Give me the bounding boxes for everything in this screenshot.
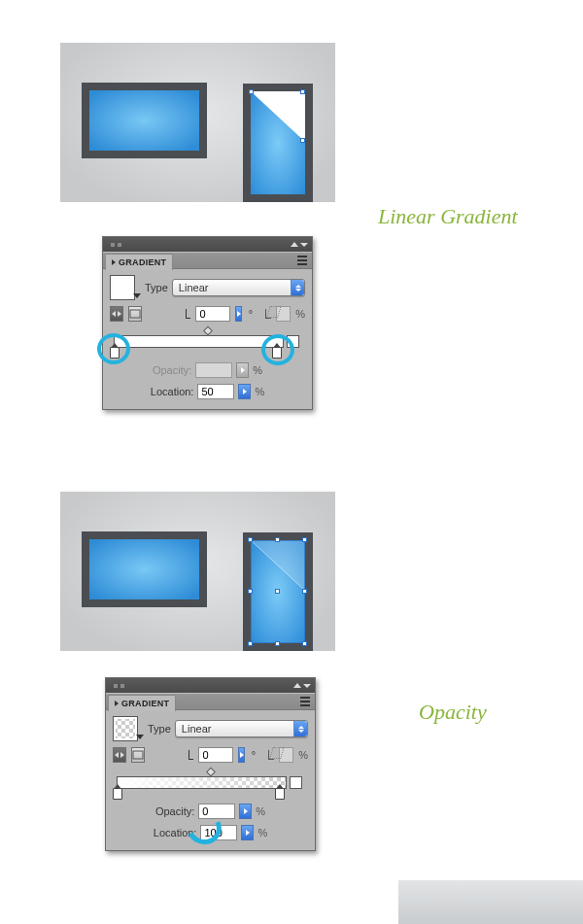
bottom-gradient-swatch: [398, 880, 583, 924]
gradient-end-box[interactable]: [287, 335, 299, 348]
aspect-ratio-icon: [268, 750, 274, 760]
gradient-type-dropdown[interactable]: Linear: [175, 720, 308, 737]
gradient-slider[interactable]: [110, 331, 305, 357]
panel-title: GRADIENT: [121, 699, 169, 708]
opacity-stepper[interactable]: [239, 804, 252, 819]
angle-icon: [189, 750, 193, 760]
selection-anchor[interactable]: [302, 641, 307, 646]
location-stepper[interactable]: [238, 384, 251, 399]
angle-input[interactable]: [198, 747, 233, 763]
gradient-midpoint-stop[interactable]: [203, 326, 213, 336]
panel-collapse-icon[interactable]: [303, 684, 311, 688]
dropdown-arrow-icon: [293, 721, 307, 736]
gradient-midpoint-stop[interactable]: [206, 768, 216, 777]
panel-drag-bar[interactable]: [103, 237, 312, 252]
door-frame: [243, 84, 313, 202]
location-input[interactable]: [197, 384, 234, 399]
window-glass: [89, 539, 199, 599]
opacity-label: Opacity:: [153, 364, 191, 376]
door-highlight-triangle[interactable]: [251, 91, 305, 142]
location-label: Location:: [151, 386, 194, 397]
percent-symbol: %: [298, 749, 308, 761]
selection-anchor[interactable]: [248, 589, 253, 594]
percent-symbol: %: [257, 827, 267, 838]
gradient-swatch[interactable]: [110, 275, 135, 300]
door-frame: [243, 532, 313, 651]
gradient-swatch[interactable]: [113, 716, 138, 741]
gradient-color-stop-left[interactable]: [113, 788, 122, 800]
window-frame: [82, 531, 207, 607]
percent-symbol: %: [295, 308, 305, 320]
panel-title: GRADIENT: [119, 257, 166, 267]
annotation-linear-gradient: Linear Gradient: [378, 204, 518, 229]
panel-drag-bar[interactable]: [106, 678, 315, 693]
panel-tab-row: GRADIENT: [106, 693, 315, 710]
reverse-gradient-button[interactable]: [113, 747, 126, 763]
gradient-end-box[interactable]: [290, 776, 302, 789]
svg-rect-1: [130, 310, 140, 318]
window-glass: [89, 90, 199, 151]
panel-tab-gradient[interactable]: GRADIENT: [108, 695, 176, 711]
angle-input[interactable]: [195, 306, 230, 322]
location-label: Location:: [154, 827, 197, 838]
window-frame: [82, 83, 207, 158]
opacity-input[interactable]: [198, 804, 235, 819]
selection-anchor[interactable]: [275, 537, 280, 542]
gradient-type-dropdown[interactable]: Linear: [172, 279, 305, 296]
degree-symbol: °: [252, 749, 256, 761]
gradient-ramp[interactable]: [117, 776, 287, 789]
gradient-type-value: Linear: [179, 282, 209, 293]
selection-anchor[interactable]: [300, 89, 305, 94]
panel-menu-icon[interactable]: [298, 695, 312, 708]
selection-anchor[interactable]: [275, 589, 280, 594]
gradient-swatch-dropdown-icon[interactable]: [136, 735, 144, 739]
aspect-ratio-icon: [265, 309, 271, 319]
gradient-color-stop-right[interactable]: [272, 347, 282, 359]
svg-marker-0: [251, 91, 305, 142]
gradient-slider[interactable]: [113, 772, 308, 798]
panel-collapse-icon[interactable]: [291, 242, 298, 247]
selection-anchor[interactable]: [302, 537, 307, 542]
type-label: Type: [145, 282, 168, 293]
panel-tab-gradient[interactable]: GRADIENT: [105, 254, 173, 270]
illustration-canvas-2: [60, 492, 335, 651]
percent-symbol: %: [253, 364, 262, 376]
gradient-panel-2: GRADIENT Type Linear ° %: [105, 677, 316, 851]
reverse-gradient-button[interactable]: [110, 306, 123, 322]
opacity-input[interactable]: [195, 362, 232, 378]
gradient-color-stop-right[interactable]: [275, 788, 285, 800]
gradient-swatch-dropdown-icon[interactable]: [133, 293, 141, 298]
type-label: Type: [148, 723, 171, 735]
dropdown-arrow-icon: [291, 280, 304, 295]
selection-anchor[interactable]: [302, 589, 307, 594]
disclosure-triangle-icon[interactable]: [115, 701, 119, 706]
disclosure-triangle-icon[interactable]: [112, 259, 116, 265]
location-stepper[interactable]: [241, 825, 254, 840]
stroke-gradient-button[interactable]: [131, 747, 145, 763]
panel-tab-row: GRADIENT: [103, 252, 312, 269]
panel-collapse-icon[interactable]: [300, 243, 308, 247]
svg-rect-4: [133, 751, 143, 759]
annotation-opacity: Opacity: [419, 700, 487, 725]
gradient-panel-1: GRADIENT Type Linear ° %: [102, 236, 313, 410]
opacity-label: Opacity:: [155, 805, 194, 817]
percent-symbol: %: [256, 805, 265, 817]
location-input[interactable]: [200, 825, 237, 840]
angle-icon: [186, 309, 190, 319]
selection-anchor[interactable]: [248, 537, 253, 542]
gradient-color-stop-left[interactable]: [110, 347, 120, 359]
gradient-ramp[interactable]: [114, 335, 284, 348]
selection-anchor[interactable]: [248, 641, 253, 646]
angle-stepper[interactable]: [238, 747, 244, 763]
opacity-stepper[interactable]: [236, 362, 249, 378]
panel-menu-icon[interactable]: [295, 254, 309, 267]
degree-symbol: °: [249, 308, 253, 320]
stroke-gradient-button[interactable]: [128, 306, 142, 322]
illustration-canvas-1: [60, 43, 335, 202]
angle-stepper[interactable]: [235, 306, 241, 322]
selection-anchor[interactable]: [275, 641, 280, 646]
selection-anchor[interactable]: [300, 138, 305, 143]
panel-collapse-icon[interactable]: [293, 683, 301, 688]
gradient-type-value: Linear: [182, 723, 212, 735]
selection-anchor[interactable]: [249, 89, 254, 94]
